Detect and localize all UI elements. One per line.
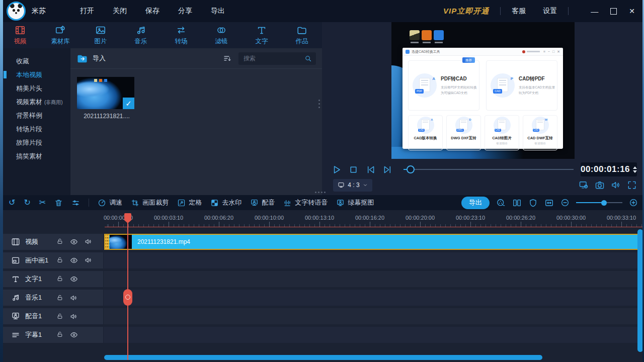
edit-toolbar: ↺ ↻ ✂ 调速 画面裁剪 定格 去水印 配音 文字转语音 绿幕抠图 导出	[0, 195, 644, 210]
cut-button[interactable]: ✂	[39, 199, 46, 207]
tool-remove-watermark[interactable]: 去水印	[210, 198, 242, 207]
picture-in-picture-icon	[11, 256, 20, 265]
timecode-stepper[interactable]	[633, 166, 637, 173]
tool-freeze-frame[interactable]: 定格	[177, 198, 202, 207]
import-button[interactable]: 导入	[93, 54, 106, 63]
track-volume-icon[interactable]	[85, 256, 92, 264]
playhead-handle[interactable]	[123, 289, 132, 306]
vip-upgrade-button[interactable]: VIP立即开通	[443, 7, 489, 16]
menu-save[interactable]: 保存	[145, 7, 159, 16]
maximize-button[interactable]	[610, 8, 617, 15]
media-item-thumbnail[interactable]: ✓	[77, 77, 134, 109]
fit-width-icon[interactable]	[544, 198, 554, 208]
sidebar-item-video-assets[interactable]: 视频素材(非商用)	[0, 95, 70, 109]
lock-icon[interactable]	[56, 256, 63, 264]
lock-icon[interactable]	[56, 275, 63, 283]
film-reel-icon[interactable]	[496, 198, 506, 208]
search-input[interactable]	[243, 54, 304, 62]
tab-text[interactable]: 文字	[242, 22, 282, 48]
lock-icon[interactable]	[56, 238, 63, 246]
track-name: 字幕1	[25, 330, 56, 339]
tool-voiceover[interactable]: 配音	[250, 198, 275, 207]
tool-text-to-speech[interactable]: 文字转语音	[283, 198, 328, 207]
track-name: 文字1	[25, 275, 56, 284]
next-frame-button[interactable]	[382, 164, 393, 175]
fullscreen-icon[interactable]	[627, 180, 637, 190]
zoom-slider-handle[interactable]	[601, 200, 607, 206]
settings-button[interactable]: 设置	[543, 7, 557, 16]
sidebar-item-local-video[interactable]: 本地视频	[0, 68, 70, 81]
sidebar-item-transitions[interactable]: 转场片段	[0, 122, 70, 136]
playhead-marker[interactable]	[124, 213, 131, 220]
timeline-zoom-slider[interactable]	[576, 202, 622, 203]
display-settings-icon[interactable]	[579, 180, 589, 190]
track-volume-icon[interactable]	[70, 294, 77, 302]
menu-share[interactable]: 分享	[178, 7, 192, 16]
menu-open[interactable]: 打开	[80, 7, 94, 16]
shield-icon[interactable]	[528, 198, 538, 208]
menu-export[interactable]: 导出	[211, 7, 225, 16]
sidebar-item-intros[interactable]: 精美片头	[0, 81, 70, 95]
timeline-ruler[interactable]: 00:00:00:00 00:00:03:10 00:00:06:20 00:0…	[0, 213, 644, 227]
visibility-eye-icon[interactable]	[70, 256, 78, 264]
tab-filter[interactable]: 滤镜	[201, 22, 242, 48]
timeline-splitter-handle[interactable]	[315, 192, 326, 193]
visibility-eye-icon[interactable]	[70, 275, 78, 283]
timeline-horizontal-scrollbar[interactable]	[104, 355, 542, 360]
tab-library[interactable]: 素材库	[40, 22, 80, 48]
export-button[interactable]: 导出	[461, 197, 490, 209]
sidebar-item-favorites[interactable]: 收藏	[0, 54, 70, 68]
visibility-eye-icon[interactable]	[70, 331, 78, 339]
sort-icon[interactable]	[223, 54, 232, 63]
support-button[interactable]: 客服	[512, 7, 526, 16]
tab-works[interactable]: 作品	[282, 22, 322, 48]
lock-icon[interactable]	[56, 313, 63, 320]
tab-image[interactable]: 图片	[80, 22, 121, 48]
track-volume-icon[interactable]	[70, 313, 77, 320]
cad-converter-window: 迅捷CAD转换工具 ≡−□✕ 推荐 A PDF	[403, 48, 563, 149]
non-commercial-badge: (非商用)	[44, 100, 63, 105]
prev-frame-button[interactable]	[365, 164, 376, 175]
track-volume-icon[interactable]	[85, 238, 92, 246]
visibility-eye-icon[interactable]	[70, 238, 78, 246]
seek-bar[interactable]	[404, 169, 574, 170]
aspect-ratio-dropdown[interactable]: 4 : 3	[333, 179, 372, 192]
tab-transition[interactable]: 转场	[161, 22, 201, 48]
redo-button[interactable]: ↻	[24, 199, 30, 207]
sidebar-item-funny[interactable]: 搞笑素材	[0, 149, 70, 163]
close-button[interactable]: ✕	[629, 8, 635, 15]
zoom-in-icon[interactable]	[629, 198, 638, 207]
properties-button[interactable]	[71, 199, 80, 207]
tool-speed[interactable]: 调速	[98, 198, 122, 207]
preview-volume-icon[interactable]	[611, 180, 621, 190]
sidebar-item-glitch[interactable]: 故障片段	[0, 136, 70, 149]
menu-close[interactable]: 关闭	[113, 7, 127, 16]
tab-video[interactable]: 视频	[0, 22, 40, 48]
tool-crop[interactable]: 画面裁剪	[131, 198, 169, 207]
play-button[interactable]	[331, 164, 342, 175]
stop-button[interactable]	[348, 164, 359, 175]
minimize-button[interactable]: —	[591, 8, 598, 15]
divider	[89, 199, 89, 207]
sidebar-item-backgrounds[interactable]: 背景样例	[0, 109, 70, 122]
undo-button[interactable]: ↺	[9, 199, 15, 207]
panel-splitter-handle[interactable]	[318, 100, 320, 110]
lock-icon[interactable]	[56, 331, 63, 339]
card-title: CAD转图片	[492, 136, 512, 141]
ruler-label: 00:00:13:10	[294, 215, 345, 221]
track-name: 视频	[25, 237, 56, 246]
delete-button[interactable]	[54, 199, 63, 207]
snapshot-camera-icon[interactable]	[595, 180, 605, 190]
tool-green-screen[interactable]: 绿幕抠图	[336, 198, 374, 207]
timeline-video-clip[interactable]: 202111231821.mp4	[104, 234, 644, 250]
lock-icon[interactable]	[56, 294, 63, 302]
mirror-split-icon[interactable]	[512, 198, 522, 208]
clip-trim-handle-left[interactable]	[105, 235, 109, 249]
selected-check-icon[interactable]: ✓	[123, 98, 134, 109]
seek-handle[interactable]	[407, 165, 415, 173]
tab-music[interactable]: 音乐	[121, 22, 161, 48]
search-icon[interactable]	[304, 55, 312, 62]
tab-label: 滤镜	[215, 37, 228, 46]
zoom-out-icon[interactable]	[560, 198, 570, 207]
playhead-line[interactable]	[127, 213, 128, 360]
